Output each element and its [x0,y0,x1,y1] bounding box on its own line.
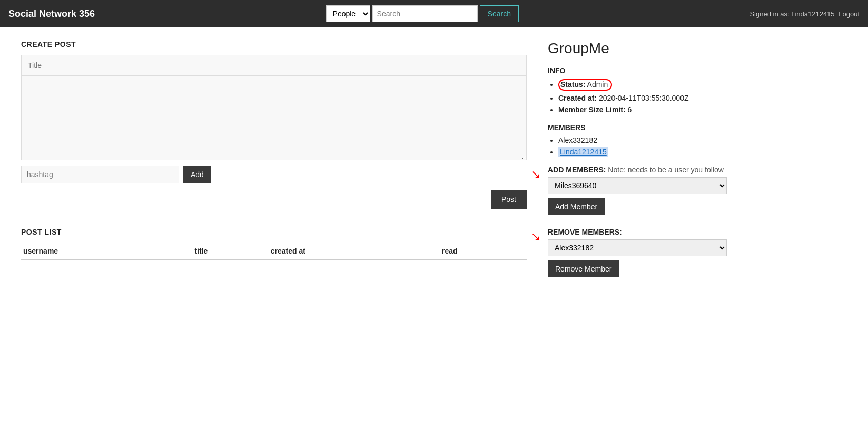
right-panel: GroupMe INFO Status: Admin Created at: 2… [548,40,727,277]
arrow-remove-icon: ↘ [531,230,540,244]
col-read: read [440,243,527,260]
search-button[interactable]: Search [480,5,519,22]
add-member-select-row: Miles369640 [548,177,727,194]
members-label: MEMBERS [548,123,727,132]
add-members-section: ↘ ADD MEMBERS: Note: needs to be a user … [548,166,727,215]
member-linda: Linda1212415 [558,148,727,156]
info-created-at: Created at: 2020-04-11T03:55:30.000Z [558,94,727,102]
add-members-label: ADD MEMBERS: Note: needs to be a user yo… [548,166,727,174]
member-size-val-text: 6 [627,105,632,114]
hashtag-input[interactable] [21,166,179,183]
create-post-title: CREATE POST [21,40,527,49]
left-panel: CREATE POST Add Post POST LIST username … [21,40,527,277]
col-created-at: created at [269,243,440,260]
info-member-size: Member Size Limit: 6 [558,105,727,114]
signed-in-text: Signed in as: Linda1212415 [749,10,834,18]
post-title-input[interactable] [21,55,527,76]
created-at-val-text: 2020-04-11T03:55:30.000Z [599,94,688,102]
user-info: Signed in as: Linda1212415 Logout [749,10,860,18]
app-brand: Social Network 356 [8,8,95,20]
create-post-form [21,55,527,160]
info-section: INFO Status: Admin Created at: 2020-04-1… [548,66,727,114]
remove-member-select-row: Alex332182 [548,239,727,256]
status-label: Status: [560,80,585,89]
post-button-row: Post [21,190,527,209]
info-list: Status: Admin Created at: 2020-04-11T03:… [548,79,727,114]
post-body-textarea[interactable] [21,76,527,160]
info-label: INFO [548,66,727,75]
add-hashtag-button[interactable]: Add [183,166,211,183]
remove-members-label: REMOVE MEMBERS: [548,228,727,236]
info-status: Status: Admin [558,79,727,91]
remove-member-button[interactable]: Remove Member [548,260,619,277]
add-members-note: Note: needs to be a user you follow [608,166,723,174]
remove-members-section: ↘ REMOVE MEMBERS: Alex332182 Remove Memb… [548,228,727,277]
status-highlight: Status: Admin [558,79,612,91]
post-list-section: POST LIST username title created at read [21,228,527,260]
members-list: Alex332182 Linda1212415 [548,136,727,156]
created-at-label: Created at: [558,94,597,102]
status-val-text: Admin [587,80,608,89]
search-input[interactable] [372,5,478,22]
members-section: MEMBERS Alex332182 Linda1212415 [548,123,727,156]
hashtag-row: Add [21,166,527,183]
post-list-title: POST LIST [21,228,527,236]
search-type-dropdown[interactable]: People Posts Groups [326,5,370,22]
post-button[interactable]: Post [491,190,527,209]
member-alex: Alex332182 [558,136,727,144]
add-member-button[interactable]: Add Member [548,198,605,215]
col-username: username [21,243,192,260]
search-bar: People Posts Groups Search [326,5,519,22]
member-size-label: Member Size Limit: [558,105,626,114]
add-member-select[interactable]: Miles369640 [548,177,727,194]
member-link-linda[interactable]: Linda1212415 [558,147,608,157]
arrow-add-icon: ↘ [531,168,540,181]
post-table: username title created at read [21,243,527,260]
logout-link[interactable]: Logout [839,10,860,18]
remove-member-select[interactable]: Alex332182 [548,239,727,256]
group-name: GroupMe [548,40,727,57]
col-title: title [192,243,268,260]
create-post-section: CREATE POST Add Post [21,40,527,209]
